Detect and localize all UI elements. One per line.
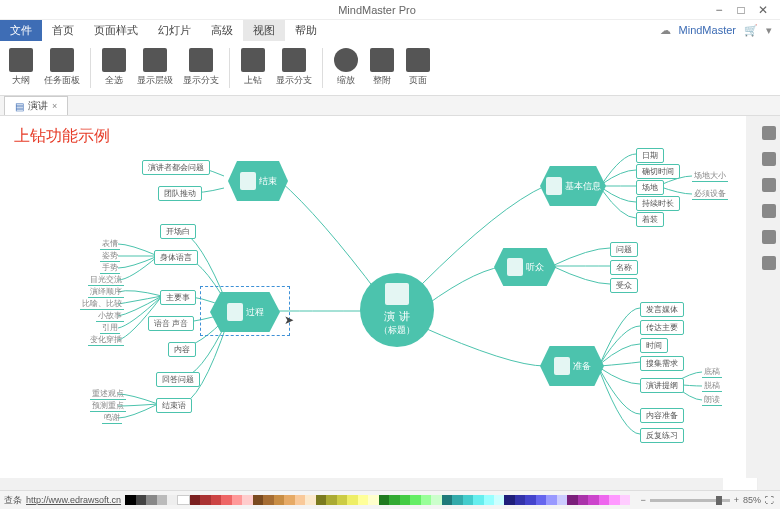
menu-help[interactable]: 帮助	[285, 20, 327, 41]
title-bar: MindMaster Pro − □ ✕	[0, 0, 780, 20]
sub-prep-msg[interactable]: 传达主要	[640, 320, 684, 335]
sub-prep-media[interactable]: 发言媒体	[640, 302, 684, 317]
node-audience[interactable]: 听众	[494, 248, 556, 286]
horizontal-scrollbar[interactable]	[0, 478, 723, 490]
zoom-slider[interactable]	[650, 499, 730, 502]
leaf[interactable]: 手势	[100, 262, 120, 274]
menu-file[interactable]: 文件	[0, 20, 42, 41]
leaf[interactable]: 朗读	[702, 394, 722, 406]
close-window-button[interactable]: ✕	[752, 3, 774, 17]
cloud-icon[interactable]: ☁	[660, 24, 671, 37]
sub-aud-name[interactable]: 名称	[610, 260, 638, 275]
status-url[interactable]: http://www.edrawsoft.cn	[26, 495, 121, 505]
leaf[interactable]: 重述观点	[90, 388, 126, 400]
menu-home[interactable]: 首页	[42, 20, 84, 41]
ribbon-zoom[interactable]: 缩放	[329, 43, 363, 93]
leaf[interactable]: 引用	[100, 322, 120, 334]
leaf[interactable]: 演绎顺序	[88, 286, 124, 298]
sub-basic-time[interactable]: 确切时间	[636, 164, 680, 179]
leaf[interactable]: 目光交流	[88, 274, 124, 286]
node-end[interactable]: 结束	[228, 161, 288, 201]
sub-aud-who[interactable]: 受众	[610, 278, 638, 293]
sub-basic-dress[interactable]: 着装	[636, 212, 664, 227]
sub-end-team[interactable]: 团队推动	[158, 186, 202, 201]
sub-prep-req[interactable]: 搜集需求	[640, 356, 684, 371]
leaf[interactable]: 表情	[100, 238, 120, 250]
leaf[interactable]: 变化穿插	[88, 334, 124, 346]
leaf[interactable]: 比喻、比较	[80, 298, 124, 310]
ribbon-taskpanel[interactable]: 任务面板	[40, 43, 84, 93]
fullscreen-icon[interactable]: ⛶	[765, 495, 774, 505]
leaf[interactable]: 脱稿	[702, 380, 722, 392]
side-icons-icon[interactable]	[762, 178, 776, 192]
node-prepare[interactable]: 准备	[540, 346, 604, 386]
sub-proc-main[interactable]: 主要事	[160, 290, 196, 305]
sub-prep-practice[interactable]: 反复练习	[640, 428, 684, 443]
dropdown-icon[interactable]: ▾	[766, 24, 772, 37]
side-history-icon[interactable]	[762, 230, 776, 244]
status-bar: 查条 http://www.edrawsoft.cn − + 85% ⛶	[0, 490, 780, 509]
leaf[interactable]: 预测重点	[90, 400, 126, 412]
sub-end-q[interactable]: 演讲者都会问题	[142, 160, 210, 175]
canvas[interactable]: 上钻功能示例 演 讲 （标题） 结束 演	[0, 116, 758, 490]
document-tab[interactable]: ▤ 演讲 ×	[4, 96, 68, 115]
sub-proc-body[interactable]: 身体语言	[154, 250, 198, 265]
leaf[interactable]: 底稿	[702, 366, 722, 378]
ribbon-fit[interactable]: 整附	[365, 43, 399, 93]
sub-basic-date[interactable]: 日期	[636, 148, 664, 163]
maximize-button[interactable]: □	[730, 3, 752, 17]
node-center-title: 演 讲	[384, 309, 409, 324]
ribbon-outline[interactable]: 大纲	[4, 43, 38, 93]
person-icon	[385, 283, 409, 305]
zoom-control[interactable]: − + 85% ⛶	[634, 495, 780, 505]
sub-basic-duration[interactable]: 持续时长	[636, 196, 680, 211]
node-center[interactable]: 演 讲 （标题）	[360, 273, 434, 347]
menu-bar: 文件 首页 页面样式 幻灯片 高级 视图 帮助 ☁ MindMaster 🛒 ▾	[0, 20, 780, 40]
node-process[interactable]: 过程	[210, 292, 280, 332]
leaf[interactable]: 姿势	[100, 250, 120, 262]
ribbon-show-branch2[interactable]: 显示分支	[272, 43, 316, 93]
leaf[interactable]: 鸣谢	[102, 412, 122, 424]
ribbon-select-all[interactable]: 全选	[97, 43, 131, 93]
doc-tab-close[interactable]: ×	[52, 101, 57, 111]
leaf[interactable]: 必须设备	[692, 188, 728, 200]
cart-icon[interactable]: 🛒	[744, 24, 758, 37]
zoom-out-icon[interactable]: −	[640, 495, 645, 505]
doc-tab-name: 演讲	[28, 99, 48, 113]
node-center-sub: （标题）	[379, 324, 415, 337]
menu-slides[interactable]: 幻灯片	[148, 20, 201, 41]
sub-proc-voice[interactable]: 语音 声音	[148, 316, 194, 331]
sub-prep-outline[interactable]: 演讲提纲	[640, 378, 684, 393]
sub-proc-open[interactable]: 开场白	[160, 224, 196, 239]
cursor-icon: ➤	[284, 313, 294, 327]
sub-basic-venue[interactable]: 场地	[636, 180, 664, 195]
menu-view[interactable]: 视图	[243, 20, 285, 41]
leaf[interactable]: 场地大小	[692, 170, 728, 182]
ribbon-show-levels[interactable]: 显示层级	[133, 43, 177, 93]
sub-prep-time[interactable]: 时间	[640, 338, 668, 353]
zoom-value: 85%	[743, 495, 761, 505]
ribbon-drillup[interactable]: 上钻	[236, 43, 270, 93]
leaf[interactable]: 小故事	[96, 310, 124, 322]
node-basic[interactable]: 基本信息	[540, 166, 606, 206]
sub-prep-content[interactable]: 内容准备	[640, 408, 684, 423]
side-export-icon[interactable]	[762, 256, 776, 270]
brand-label[interactable]: MindMaster	[679, 24, 736, 36]
minimize-button[interactable]: −	[708, 3, 730, 17]
sub-proc-closing[interactable]: 结束语	[156, 398, 192, 413]
sub-proc-answer[interactable]: 回答问题	[156, 372, 200, 387]
menu-page-style[interactable]: 页面样式	[84, 20, 148, 41]
color-palette[interactable]	[125, 495, 630, 505]
ribbon-show-branch[interactable]: 显示分支	[179, 43, 223, 93]
vertical-scrollbar[interactable]	[746, 116, 758, 478]
person-icon	[227, 303, 243, 321]
ribbon-page[interactable]: 页面	[401, 43, 435, 93]
sub-proc-content[interactable]: 内容	[168, 342, 196, 357]
app-title: MindMaster Pro	[46, 4, 708, 16]
side-style-icon[interactable]	[762, 152, 776, 166]
sub-aud-q[interactable]: 问题	[610, 242, 638, 257]
menu-advanced[interactable]: 高级	[201, 20, 243, 41]
side-search-icon[interactable]	[762, 126, 776, 140]
side-clip-icon[interactable]	[762, 204, 776, 218]
zoom-in-icon[interactable]: +	[734, 495, 739, 505]
